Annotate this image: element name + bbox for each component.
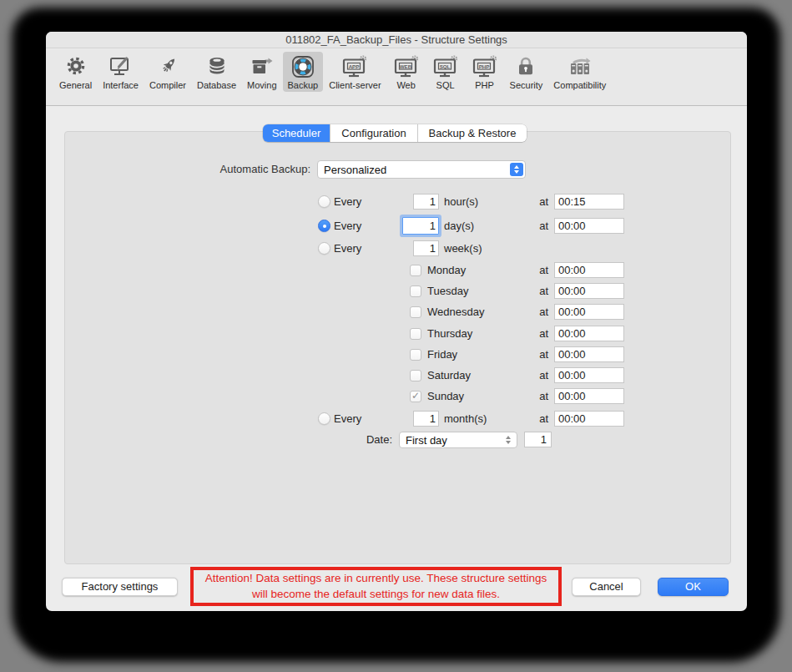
day-count-input[interactable] bbox=[402, 217, 439, 235]
thursday-checkbox[interactable] bbox=[410, 328, 421, 340]
sunday-checkbox[interactable] bbox=[410, 391, 421, 402]
structure-settings-dialog: 011802_FA_Backup_Files - Structure Setti… bbox=[46, 32, 747, 611]
toolbar-item-label: PHP bbox=[475, 80, 494, 90]
weekday-row-sunday: Sunday at bbox=[46, 388, 747, 405]
cancel-button[interactable]: Cancel bbox=[572, 578, 641, 596]
every-label: Every bbox=[334, 240, 361, 257]
tab-backup-restore[interactable]: Backup & Restore bbox=[418, 124, 527, 142]
monday-time-input[interactable] bbox=[554, 262, 624, 278]
at-label: at bbox=[533, 411, 548, 427]
title-bar[interactable]: 011802_FA_Backup_Files - Structure Setti… bbox=[46, 32, 747, 48]
wednesday-time-input[interactable] bbox=[554, 304, 624, 320]
day-unit-label: day(s) bbox=[444, 218, 474, 235]
weekly-radio[interactable] bbox=[318, 242, 330, 255]
date-number-input[interactable] bbox=[524, 432, 552, 447]
weekday-row-monday: Monday at bbox=[46, 262, 747, 279]
hour-count-input[interactable] bbox=[413, 194, 439, 210]
hour-unit-label: hour(s) bbox=[444, 194, 478, 210]
toolbar-item-compatibility[interactable]: Compatibility bbox=[548, 52, 611, 92]
friday-time-input[interactable] bbox=[554, 346, 624, 362]
toolbar-item-label: Compatibility bbox=[553, 80, 606, 90]
toolbar-item-client-server[interactable]: APP Client-server bbox=[324, 52, 386, 92]
toolbar-item-label: Compiler bbox=[149, 80, 186, 90]
saturday-checkbox[interactable] bbox=[410, 370, 421, 381]
every-label: Every bbox=[334, 218, 361, 235]
toolbar-item-web[interactable]: WEB Web bbox=[387, 52, 426, 92]
stepper-arrows-icon bbox=[510, 163, 523, 176]
monitor-web-icon: WEB bbox=[392, 54, 421, 79]
toolbar-item-moving[interactable]: Moving bbox=[242, 52, 281, 92]
every-label: Every bbox=[334, 411, 361, 427]
monthly-radio[interactable] bbox=[318, 412, 330, 425]
week-count-input[interactable] bbox=[413, 240, 439, 256]
at-label: at bbox=[533, 326, 548, 342]
at-label: at bbox=[533, 304, 548, 321]
wednesday-checkbox[interactable] bbox=[410, 306, 421, 318]
box-arrow-icon bbox=[250, 54, 275, 79]
tab-configuration[interactable]: Configuration bbox=[330, 124, 418, 142]
date-select[interactable]: First day bbox=[399, 432, 517, 448]
at-label: at bbox=[533, 388, 548, 405]
toolbar-item-database[interactable]: Database bbox=[192, 52, 241, 92]
toolbar-item-label: Web bbox=[396, 80, 415, 90]
hour-time-input[interactable] bbox=[554, 194, 624, 210]
toolbar-item-label: General bbox=[59, 80, 92, 90]
thursday-time-input[interactable] bbox=[554, 326, 624, 341]
daily-radio[interactable] bbox=[318, 220, 330, 232]
toolbar-item-security[interactable]: Security bbox=[505, 52, 548, 92]
automatic-backup-select[interactable]: Personalized bbox=[317, 160, 526, 179]
hourly-radio[interactable] bbox=[318, 195, 330, 208]
every-label: Every bbox=[334, 194, 361, 210]
monday-checkbox[interactable] bbox=[410, 265, 421, 276]
toolbar-item-backup[interactable]: Backup bbox=[283, 52, 324, 92]
saturday-time-input[interactable] bbox=[554, 367, 624, 383]
at-label: at bbox=[533, 194, 548, 210]
toolbar-item-label: Moving bbox=[247, 80, 276, 90]
tab-scheduler[interactable]: Scheduler bbox=[263, 124, 330, 142]
binders-arrow-icon bbox=[566, 54, 594, 79]
day-time-input[interactable] bbox=[554, 218, 624, 234]
daily-row: Every day(s) at bbox=[46, 218, 747, 235]
gear-icon bbox=[63, 54, 88, 79]
weekday-label: Sunday bbox=[427, 388, 464, 405]
weekday-row-saturday: Saturday at bbox=[46, 367, 747, 384]
window-title: 011802_FA_Backup_Files - Structure Setti… bbox=[285, 33, 507, 46]
tuesday-time-input[interactable] bbox=[554, 283, 624, 299]
ok-button[interactable]: OK bbox=[658, 578, 729, 596]
tab-bar: Scheduler Configuration Backup & Restore bbox=[263, 124, 527, 142]
at-label: at bbox=[533, 262, 548, 279]
weekday-row-friday: Friday at bbox=[46, 346, 747, 363]
friday-checkbox[interactable] bbox=[410, 349, 421, 361]
toolbar-item-compiler[interactable]: Compiler bbox=[144, 52, 191, 92]
at-label: at bbox=[533, 283, 548, 300]
hourly-row: Every hour(s) at bbox=[46, 194, 747, 210]
monitor-php-icon: PHP bbox=[471, 54, 499, 79]
weekday-label: Saturday bbox=[427, 367, 471, 384]
sunday-time-input[interactable] bbox=[554, 388, 624, 404]
monitor-sql-icon: SQL bbox=[431, 54, 460, 79]
toolbar-item-interface[interactable]: Interface bbox=[98, 52, 144, 92]
life-ring-icon bbox=[290, 54, 315, 79]
attention-text: Attention! Data settings are in currentl… bbox=[205, 572, 547, 600]
toolbar-item-sql[interactable]: SQL SQL bbox=[426, 52, 465, 92]
month-unit-label: month(s) bbox=[444, 411, 487, 427]
settings-toolbar: General Interface bbox=[46, 49, 747, 106]
toolbar-item-label: SQL bbox=[436, 80, 455, 90]
weekday-label: Tuesday bbox=[427, 283, 468, 300]
toolbar-item-php[interactable]: PHP PHP bbox=[466, 52, 504, 92]
automatic-backup-value: Personalized bbox=[318, 164, 508, 176]
tuesday-checkbox[interactable] bbox=[410, 285, 421, 297]
toolbar-item-label: Client-server bbox=[329, 80, 381, 90]
svg-text:PHP: PHP bbox=[478, 63, 489, 69]
svg-text:APP: APP bbox=[349, 63, 360, 69]
month-time-input[interactable] bbox=[554, 411, 624, 427]
month-count-input[interactable] bbox=[413, 411, 439, 427]
toolbar-item-label: Backup bbox=[288, 80, 319, 90]
toolbar-item-general[interactable]: General bbox=[54, 52, 97, 92]
factory-settings-button[interactable]: Factory settings bbox=[62, 578, 178, 596]
monthly-row: Every month(s) at bbox=[46, 411, 747, 427]
weekly-row: Every week(s) bbox=[46, 240, 747, 257]
weekday-label: Friday bbox=[427, 346, 457, 363]
weekday-row-wednesday: Wednesday at bbox=[46, 304, 747, 321]
stepper-arrows-icon bbox=[502, 434, 515, 446]
